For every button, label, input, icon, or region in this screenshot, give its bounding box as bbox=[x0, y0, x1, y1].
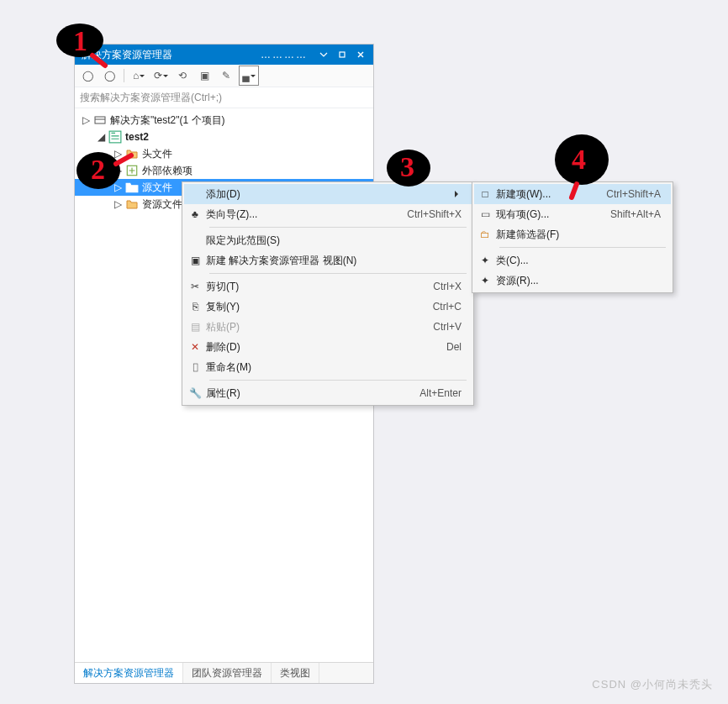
rename-icon: ⌷ bbox=[184, 361, 206, 373]
back-icon[interactable]: ◯ bbox=[78, 66, 97, 85]
search-placeholder: 搜索解决方案资源管理器(Ctrl+;) bbox=[80, 91, 222, 105]
class-icon: ✦ bbox=[474, 255, 496, 266]
tab-team-explorer[interactable]: 团队资源管理器 bbox=[183, 663, 272, 683]
menu-class-wizard-shortcut: Ctrl+Shift+X bbox=[407, 208, 462, 220]
svg-point-15 bbox=[555, 134, 609, 185]
menu-copy-label: 复制(Y) bbox=[206, 300, 416, 314]
menu-class[interactable]: ✦ 类(C)... bbox=[474, 250, 671, 271]
new-view-icon: ▣ bbox=[184, 255, 206, 266]
search-box[interactable]: 搜索解决方案资源管理器(Ctrl+;) bbox=[75, 87, 373, 108]
menu-properties-label: 属性(R) bbox=[206, 386, 403, 401]
menu-new-filter-label: 新建筛选器(F) bbox=[496, 228, 661, 242]
headers-label: 头文件 bbox=[142, 147, 172, 161]
tree-headers-row[interactable]: ▷ 头文件 bbox=[75, 145, 373, 162]
menu-scope[interactable]: 限定为此范围(S) bbox=[184, 230, 472, 250]
panel-titlebar[interactable]: 解决方案资源管理器 ………… bbox=[75, 45, 373, 65]
menu-paste-label: 粘贴(P) bbox=[206, 320, 416, 334]
pin-icon[interactable] bbox=[333, 47, 351, 62]
properties-icon[interactable]: ✎ bbox=[217, 66, 235, 85]
menu-cut[interactable]: ✂ 剪切(T) Ctrl+X bbox=[184, 276, 472, 297]
chevron-down-icon[interactable]: ◢ bbox=[95, 131, 107, 143]
svg-rect-3 bbox=[95, 117, 105, 123]
bottom-tabs: 解决方案资源管理器 团队资源管理器 类视图 bbox=[75, 662, 373, 683]
references-icon bbox=[125, 164, 139, 177]
tree-project-row[interactable]: ◢ test2 bbox=[75, 129, 373, 145]
menu-copy[interactable]: ⎘ 复制(Y) Ctrl+C bbox=[184, 297, 472, 317]
menu-new-item[interactable]: □ 新建项(W)... Ctrl+Shift+A bbox=[474, 184, 671, 204]
menu-copy-shortcut: Ctrl+C bbox=[433, 301, 462, 313]
chevron-right-icon[interactable]: ▷ bbox=[112, 198, 124, 210]
menu-existing-item-label: 现有项(G)... bbox=[496, 208, 593, 222]
panel-title: 解决方案资源管理器 bbox=[82, 48, 261, 62]
chevron-right-icon[interactable]: ▷ bbox=[112, 165, 124, 176]
close-icon[interactable] bbox=[351, 47, 370, 62]
menu-class-wizard-label: 类向导(Z)... bbox=[206, 208, 390, 222]
menu-add-label: 添加(D) bbox=[206, 187, 448, 202]
chevron-right-icon[interactable]: ▷ bbox=[80, 114, 92, 126]
svg-rect-0 bbox=[340, 52, 345, 57]
project-icon bbox=[108, 130, 122, 144]
chevron-right-icon[interactable]: ▷ bbox=[112, 148, 124, 160]
filter-folder-icon bbox=[125, 181, 139, 194]
home-icon[interactable]: ⌂ bbox=[129, 66, 148, 85]
solution-label: 解决方案"test2"(1 个项目) bbox=[110, 113, 225, 128]
sync-icon[interactable]: ⟳ bbox=[151, 66, 170, 85]
sources-label: 源文件 bbox=[142, 181, 172, 195]
menu-paste-shortcut: Ctrl+V bbox=[433, 321, 462, 333]
tree-solution-row[interactable]: ▷ 解决方案"test2"(1 个项目) bbox=[75, 112, 373, 129]
forward-icon[interactable]: ◯ bbox=[100, 66, 119, 85]
menu-paste: ▤ 粘贴(P) Ctrl+V bbox=[184, 317, 472, 337]
collapse-icon[interactable]: ▄ bbox=[239, 66, 259, 86]
wrench-icon: 🔧 bbox=[184, 387, 206, 399]
menu-new-view[interactable]: ▣ 新建 解决方案资源管理器 视图(N) bbox=[184, 250, 472, 271]
existing-item-icon: ▭ bbox=[474, 208, 496, 220]
menu-new-item-label: 新建项(W)... bbox=[496, 187, 589, 202]
context-menu-main: 添加(D) ♣ 类向导(Z)... Ctrl+Shift+X 限定为此范围(S)… bbox=[182, 181, 474, 406]
chevron-right-icon[interactable]: ▷ bbox=[112, 181, 124, 193]
toolbar-separator bbox=[124, 69, 124, 82]
menu-class-wizard[interactable]: ♣ 类向导(Z)... Ctrl+Shift+X bbox=[184, 204, 472, 224]
menu-resource-label: 资源(R)... bbox=[496, 274, 661, 288]
tab-class-view[interactable]: 类视图 bbox=[272, 663, 319, 683]
svg-text:4: 4 bbox=[572, 144, 586, 175]
menu-separator bbox=[209, 227, 467, 228]
menu-new-filter[interactable]: 🗀 新建筛选器(F) bbox=[474, 224, 671, 244]
svg-text:3: 3 bbox=[400, 151, 414, 182]
title-dots: ………… bbox=[261, 49, 308, 60]
copy-icon: ⎘ bbox=[184, 301, 206, 313]
scissors-icon: ✂ bbox=[184, 281, 206, 292]
menu-existing-item[interactable]: ▭ 现有项(G)... Shift+Alt+A bbox=[474, 204, 671, 224]
solution-icon bbox=[93, 113, 107, 127]
show-all-icon[interactable]: ▣ bbox=[195, 66, 214, 85]
menu-new-view-label: 新建 解决方案资源管理器 视图(N) bbox=[206, 254, 462, 268]
menu-delete-shortcut: Del bbox=[446, 341, 462, 353]
menu-separator bbox=[209, 273, 467, 274]
menu-class-label: 类(C)... bbox=[496, 254, 661, 268]
menu-scope-label: 限定为此范围(S) bbox=[206, 234, 462, 248]
menu-rename[interactable]: ⌷ 重命名(M) bbox=[184, 357, 472, 377]
menu-delete-label: 删除(D) bbox=[206, 340, 430, 355]
external-label: 外部依赖项 bbox=[142, 164, 193, 178]
menu-delete[interactable]: ✕ 删除(D) Del bbox=[184, 337, 472, 357]
tree-external-row[interactable]: ▷ 外部依赖项 bbox=[75, 162, 373, 179]
refresh-icon[interactable]: ⟲ bbox=[173, 66, 192, 85]
folder-icon bbox=[125, 147, 139, 160]
dropdown-icon[interactable] bbox=[314, 47, 333, 62]
menu-properties[interactable]: 🔧 属性(R) Alt+Enter bbox=[184, 383, 472, 403]
tab-solution-explorer[interactable]: 解决方案资源管理器 bbox=[75, 663, 183, 683]
menu-cut-shortcut: Ctrl+X bbox=[433, 281, 462, 292]
menu-properties-shortcut: Alt+Enter bbox=[419, 387, 462, 399]
menu-resource[interactable]: ✦ 资源(R)... bbox=[474, 271, 671, 291]
new-item-icon: □ bbox=[474, 188, 496, 200]
menu-add[interactable]: 添加(D) bbox=[184, 184, 472, 204]
class-wizard-icon: ♣ bbox=[184, 208, 206, 220]
menu-separator bbox=[209, 380, 467, 381]
folder-icon: 🗀 bbox=[474, 229, 496, 240]
menu-new-item-shortcut: Ctrl+Shift+A bbox=[606, 188, 661, 200]
folder-icon bbox=[125, 197, 139, 211]
menu-separator bbox=[499, 247, 666, 248]
panel-toolbar: ◯ ◯ ⌂ ⟳ ⟲ ▣ ✎ ▄ bbox=[75, 65, 373, 87]
submenu-arrow-icon bbox=[455, 191, 462, 197]
project-label: test2 bbox=[125, 131, 149, 143]
delete-icon: ✕ bbox=[184, 341, 206, 353]
